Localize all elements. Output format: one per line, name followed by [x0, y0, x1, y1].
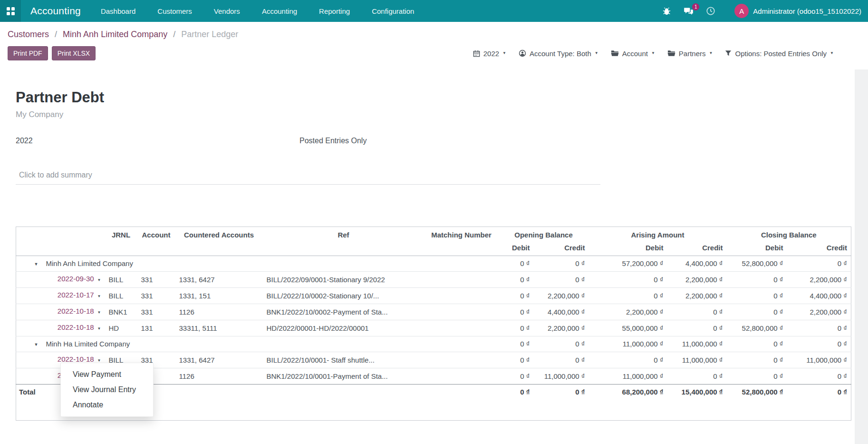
- amount-cell: 2,200,000 ₫: [667, 288, 727, 304]
- group-collapse-toggle[interactable]: ▼: [16, 256, 42, 272]
- amount-cell: 0 ₫: [499, 288, 534, 304]
- breadcrumb-current: Partner Ledger: [181, 30, 238, 39]
- total-amount-cell: 68,200,000 ₫: [589, 385, 667, 421]
- matching-cell: [424, 304, 499, 320]
- folder-icon: [667, 50, 675, 57]
- print-pdf-button[interactable]: Print PDF: [8, 46, 48, 60]
- filter-account-dropdown[interactable]: Account ▼: [611, 49, 655, 58]
- nav-configuration[interactable]: Configuration: [371, 5, 415, 17]
- amount-cell: 2,200,000 ₫: [534, 288, 589, 304]
- group-name[interactable]: Minh Anh Limited Company: [42, 256, 499, 272]
- app-brand[interactable]: Accounting: [30, 5, 81, 17]
- jrnl-cell: BNK1: [105, 304, 137, 320]
- menu-item-view-payment[interactable]: View Payment: [61, 367, 153, 382]
- col-header-opening-balance: Opening Balance: [499, 227, 589, 243]
- summary-placeholder[interactable]: Click to add summary: [16, 171, 600, 185]
- total-amount-cell: 52,800,000 ₫: [727, 385, 787, 421]
- col-header-arising-amount: Arising Amount: [589, 227, 727, 243]
- user-menu[interactable]: A Administrator (odoo15_15102022): [734, 4, 861, 18]
- amount-cell: 52,800,000 ₫: [727, 256, 787, 272]
- amount-cell: 0 ₫: [727, 272, 787, 288]
- table-row: 2022-10-18▼ HD 131 33311, 5111 HD/2022/0…: [16, 320, 851, 336]
- amount-cell: 0 ₫: [727, 336, 787, 352]
- amount-cell: 0 ₫: [667, 304, 727, 320]
- menu-item-view-journal-entry[interactable]: View Journal Entry: [61, 382, 153, 397]
- date-column-header: [42, 227, 105, 256]
- jrnl-cell: BILL: [105, 272, 137, 288]
- amount-cell: 4,400,000 ₫: [667, 256, 727, 272]
- caret-down-icon[interactable]: ▼: [97, 278, 101, 282]
- entry-date-dropdown[interactable]: 2022-10-18: [58, 307, 94, 315]
- report-period: 2022: [16, 137, 33, 145]
- filter-partners-dropdown[interactable]: Partners ▼: [667, 49, 713, 58]
- control-panel: Customers / Minh Anh Limited Company / P…: [0, 22, 868, 66]
- debug-bug-icon[interactable]: [662, 7, 671, 16]
- amount-cell: 2,200,000 ₫: [589, 304, 667, 320]
- caret-down-icon[interactable]: ▼: [97, 326, 101, 331]
- breadcrumb-customers[interactable]: Customers: [8, 30, 49, 39]
- caret-down-icon: ▼: [34, 262, 39, 266]
- countered-cell: 1331, 151: [175, 288, 263, 304]
- entry-date-dropdown[interactable]: 2022-10-17: [58, 291, 94, 299]
- group-row: ▼ Minh Ha Limited Company 0 ₫ 0 ₫ 11,000…: [16, 336, 851, 352]
- entry-date-dropdown[interactable]: 2022-10-18: [58, 355, 94, 363]
- ref-cell: BNK1/2022/10/0002-Payment of Sta...: [263, 304, 424, 320]
- col-header-arising-debit: Debit: [589, 242, 667, 256]
- amount-cell: 0 ₫: [534, 336, 589, 352]
- amount-cell: 0 ₫: [787, 320, 851, 336]
- ref-cell: HD/2022/00001-HD/2022/00001: [263, 320, 424, 336]
- account-cell: 331: [137, 272, 175, 288]
- matching-cell: [424, 368, 499, 385]
- amount-cell: 0 ₫: [787, 368, 851, 385]
- nav-accounting[interactable]: Accounting: [261, 5, 298, 17]
- amount-cell: 11,000,000 ₫: [589, 336, 667, 352]
- nav-customers[interactable]: Customers: [156, 5, 193, 17]
- caret-down-icon[interactable]: ▼: [97, 358, 101, 363]
- breadcrumb-partner[interactable]: Minh Anh Limited Company: [63, 30, 167, 39]
- amount-cell: 2,200,000 ₫: [787, 272, 851, 288]
- nav-reporting[interactable]: Reporting: [318, 5, 351, 17]
- chevron-down-icon: ▼: [595, 51, 598, 55]
- amount-cell: 0 ₫: [499, 352, 534, 368]
- menu-item-annotate[interactable]: Annotate: [61, 397, 153, 413]
- group-name[interactable]: Minh Ha Limited Company: [42, 336, 499, 352]
- countered-cell: 1126: [175, 304, 263, 320]
- caret-down-icon[interactable]: ▼: [97, 294, 101, 298]
- table-row: 2022-10-17▼ BILL 331 1331, 151 BILL/2022…: [16, 288, 851, 304]
- filter-period-dropdown[interactable]: 2022 ▼: [473, 49, 506, 58]
- caret-down-icon[interactable]: ▼: [97, 310, 101, 315]
- nav-vendors[interactable]: Vendors: [213, 5, 241, 17]
- countered-cell: 33311, 5111: [175, 320, 263, 336]
- table-header-row: JRNL Account Countered Accounts Ref Matc…: [16, 227, 851, 243]
- col-header-opening-debit: Debit: [499, 242, 534, 256]
- print-xlsx-button[interactable]: Print XLSX: [52, 46, 96, 60]
- report-filters: 2022 ▼ Account Type: Both ▼ Account ▼: [473, 49, 860, 58]
- col-header-account: Account: [137, 227, 175, 256]
- amount-cell: 0 ₫: [534, 272, 589, 288]
- breadcrumb-separator: /: [55, 30, 57, 39]
- amount-cell: 0 ₫: [534, 352, 589, 368]
- apps-menu-button[interactable]: [0, 0, 21, 22]
- matching-cell: [424, 320, 499, 336]
- calendar-icon: [473, 50, 480, 57]
- nav-dashboard[interactable]: Dashboard: [100, 5, 136, 17]
- entry-date-dropdown[interactable]: 2022-10-18: [58, 323, 94, 331]
- amount-cell: 0 ₫: [499, 368, 534, 385]
- filter-account-type-dropdown[interactable]: Account Type: Both ▼: [519, 49, 598, 58]
- group-collapse-toggle[interactable]: ▼: [16, 336, 42, 352]
- user-name: Administrator (odoo15_15102022): [753, 7, 861, 15]
- amount-cell: 0 ₫: [787, 336, 851, 352]
- page-scrollbar-gutter[interactable]: [855, 69, 868, 444]
- filter-account-label: Account: [622, 49, 648, 58]
- apps-grid-icon: [7, 7, 15, 15]
- col-header-opening-credit: Credit: [534, 242, 589, 256]
- activities-clock-icon[interactable]: [706, 6, 715, 16]
- entry-date-dropdown[interactable]: 2022-09-30: [58, 275, 94, 283]
- filter-account-type-label: Account Type: Both: [530, 49, 591, 58]
- filter-funnel-icon: [725, 50, 732, 57]
- amount-cell: 0 ₫: [667, 368, 727, 385]
- matching-cell: [424, 272, 499, 288]
- ref-cell: BNK1/2022/10/0001-Payment of Sta...: [263, 368, 424, 385]
- messages-icon[interactable]: 1: [684, 7, 694, 16]
- filter-options-dropdown[interactable]: Options: Posted Entries Only ▼: [725, 49, 834, 58]
